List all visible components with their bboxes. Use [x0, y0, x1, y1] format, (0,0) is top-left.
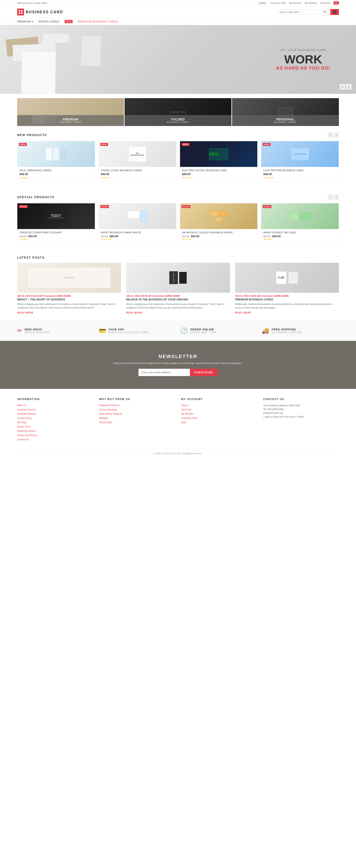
special-badge-3: SALE [182, 205, 190, 208]
svg-rect-1 [21, 10, 23, 11]
footer-link-international-shipping[interactable]: International Shipping [99, 412, 122, 415]
footer-link-contact[interactable]: Contact Us [17, 438, 29, 441]
new-products-prev[interactable]: ‹ [328, 132, 333, 137]
on-indicator: On [333, 1, 339, 4]
product-stars-2: ★★★★☆ [101, 177, 174, 179]
checkout-link[interactable]: Checkout [320, 2, 330, 4]
new-products-next[interactable]: › [334, 132, 339, 137]
read-more-1[interactable]: READ MORE [17, 311, 33, 314]
product-card-3[interactable]: NEW GORDON ELEVATION ELECTRIC GLOSSY BUS… [180, 141, 258, 182]
my-account-link[interactable]: My Account [289, 2, 301, 4]
logo-text: BUSINESS CARD [26, 10, 63, 14]
nav-premium-cards[interactable]: PREMIUM BUSINESS CARDS [78, 20, 118, 23]
my-wishlist-link[interactable]: My Wishlist [305, 2, 317, 4]
special-products-header: SPECIAL PRODUCTS ‹ › [17, 194, 339, 200]
search-icon [323, 10, 326, 13]
cat-title-personal: PERSONAL [235, 118, 336, 121]
search-button[interactable] [321, 9, 329, 16]
feature-text-order-online: ORDER ONLINE HOURS: 8AM - 11PM [190, 328, 217, 334]
footer-information-title: INFORMATION [17, 398, 93, 401]
special-card-2[interactable]: SALE AVERY BUSINESS CARDS WHITE $95.00 $… [98, 203, 176, 243]
footer-link-view-cart[interactable]: View Cart [181, 408, 191, 411]
product-info-3: ELECTRIC GLOSSY BUSINESS CARD $89.00 ★★★… [180, 167, 258, 182]
hero-next-button[interactable]: › [346, 84, 352, 90]
footer-link-affiliates[interactable]: Affiliates [99, 417, 108, 419]
special-price-old-1: $40.00 [20, 235, 27, 238]
footer-information: INFORMATION About Us Customer Service Te… [17, 398, 93, 442]
nav-premium[interactable]: PREMIUM ▾ [17, 20, 33, 23]
product-card-2[interactable]: NEW oilsyourwebsite.com YOUNG LIVING BUS… [98, 141, 176, 182]
hero-prev-button[interactable]: ‹ [340, 84, 345, 90]
special-products-prev[interactable]: ‹ [328, 194, 333, 200]
footer-link-privacy[interactable]: Privacy Policy [17, 417, 32, 419]
product-stars-3: ★★★★☆ [182, 177, 255, 179]
post-card-1[interactable]: NINA ROOS JAN 10, 2016 9:22:19 AM 0 Comm… [17, 263, 121, 314]
read-more-3[interactable]: READ MORE [235, 311, 251, 314]
product-card-4[interactable]: NEW LACE PATTERN LACE PATTERN BUSINESS C… [261, 141, 339, 182]
product-card-1[interactable]: NEW SELF LAMINATING CARDS $46.00 ★★★★☆ [17, 141, 95, 182]
footer-link-help[interactable]: Help [181, 421, 186, 424]
special-visual-1: MICHAALIE ROBERTSCreative Consultant [17, 203, 95, 229]
footer-link-customer-service[interactable]: Customer Service [17, 408, 36, 411]
footer-hours: 7 days a week from 9:00 am to 7:00pm [263, 415, 339, 419]
category-folded[interactable]: DARKMATTER. FOLDED BUSINESS CARDS [125, 98, 231, 126]
logo[interactable]: BUSINESS CARD [17, 8, 63, 16]
footer-link-about[interactable]: About Us [17, 404, 27, 406]
hero-card-3 [81, 36, 101, 66]
cart-button[interactable]: 0 [330, 9, 339, 15]
footer-contact-title: CONTACT US [263, 398, 339, 401]
special-stars-4: ★★★★☆ [263, 238, 336, 241]
feature-order-online: 🕐 ORDER ONLINE HOURS: 8AM - 11PM [180, 327, 258, 334]
currency-selector[interactable]: Currency: USD [270, 2, 286, 4]
nav-photo-cards[interactable]: PHOTO CARDS [38, 20, 60, 23]
footer-link-orders-returns[interactable]: Orders and Returns [17, 434, 38, 436]
footer-link-sign-in[interactable]: Sign In [181, 404, 189, 406]
footer-link-my-wishlist[interactable]: My Wishlist [181, 412, 193, 415]
special-products-next[interactable]: › [334, 194, 339, 200]
read-more-2[interactable]: READ MORE [126, 311, 142, 314]
credit-card-icon: 💳 [99, 327, 106, 334]
post-comments-3: 0 Comments [261, 295, 273, 297]
special-name-3: 3M METALLIC GLOSSY BUSINESS CARDS [182, 231, 255, 234]
category-personal[interactable]: PERSONAL BUSINESS CARDS [232, 98, 339, 126]
footer-why-buy-links: Shipping & Returns Secure Shopping Inter… [99, 404, 175, 424]
footer-link-advanced-search[interactable]: Advanced Search [17, 430, 36, 432]
post-author-3: ADMIN ADMIN [274, 295, 289, 297]
footer-link-shipping-returns[interactable]: Shipping & Returns [99, 404, 120, 406]
post-card-2[interactable]: MON ANAS JAN 10, 2016 8:38:09 AM 0 Comme… [126, 263, 230, 314]
special-price-row-1: $40.00 $35.00 [20, 235, 93, 238]
feature-title-free-shipping: FREE SHIPPING [272, 328, 302, 331]
product-name-3: ELECTRIC GLOSSY BUSINESS CARD [182, 169, 255, 172]
logo-icon [17, 8, 24, 16]
special-card-1[interactable]: SALE MICHAALIE ROBERTSCreative Consultan… [17, 203, 95, 243]
footer-link-track-order[interactable]: Track My Order [181, 417, 198, 419]
footer-link-search-term[interactable]: Search Term [17, 425, 30, 428]
post-date-2: JAN 10, 2016 8:38:09 AM [126, 295, 151, 297]
hero-banner: LET YOUR BUSINESS CARD WORK AS HARD AS Y… [0, 25, 356, 94]
footer-link-secure-shopping[interactable]: Secure Shopping [99, 408, 117, 411]
svg-rect-2 [19, 12, 20, 14]
footer-link-sitemap[interactable]: Site Map [17, 421, 26, 424]
nav-sale-badge[interactable]: SALE [65, 20, 73, 23]
search-input[interactable] [277, 9, 319, 15]
product-badge-2: NEW [100, 143, 108, 146]
newsletter-title: NEWSLETTER [17, 354, 339, 359]
post-author-1: ADMIN ADMIN [56, 295, 71, 297]
newsletter-email-input[interactable] [138, 369, 190, 376]
footer-link-template-settings[interactable]: Template Settings [17, 412, 36, 415]
logo-svg [19, 10, 23, 14]
special-image-4: SALE [261, 203, 339, 229]
post-card-3[interactable]: TJP JAN 10, 2016 8:48:09 AM 0 Comments A… [235, 263, 339, 314]
special-card-4[interactable]: SALE AVERY FOLDED TWO SIDE $50.00 $40.00… [261, 203, 339, 243]
lang-selector[interactable]: English [259, 2, 266, 4]
newsletter-subscribe-button[interactable]: SUBSCRIBE [190, 369, 218, 376]
product-name-2: YOUNG LIVING BUSINESS CARDS [101, 169, 174, 172]
special-price-old-4: $50.00 [263, 235, 270, 238]
product-price-3: $89.00 [182, 173, 255, 176]
special-price-old-2: $95.00 [101, 235, 108, 238]
footer-link-group-sales[interactable]: Group Sales [99, 421, 112, 424]
post-date-1: JAN 10, 2016 9:22:19 AM [17, 295, 42, 297]
category-premium[interactable]: PREMIUM BUSINESS CARDS [17, 98, 124, 126]
special-card-3[interactable]: SALE 3M METALLIC GLOSSY BUSINESS CARDS $… [180, 203, 258, 243]
post-meta-3: JAN 10, 2016 8:48:09 AM 0 Comments ADMIN… [235, 295, 339, 297]
